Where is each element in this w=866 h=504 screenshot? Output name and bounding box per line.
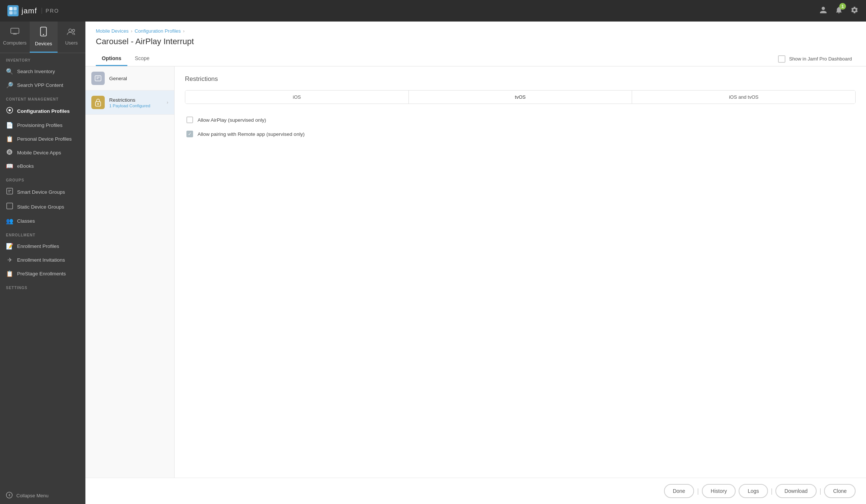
tab-scope[interactable]: Scope — [129, 52, 156, 66]
logs-button[interactable]: Logs — [739, 484, 768, 498]
clone-button[interactable]: Clone — [824, 484, 856, 498]
svg-rect-0 — [9, 7, 13, 10]
sidebar-item-classes[interactable]: 👥 Classes — [0, 214, 85, 228]
ebooks-icon: 📖 — [6, 163, 13, 170]
computers-icon — [10, 27, 20, 38]
general-payload-info: General — [109, 76, 168, 81]
separator-3: | — [820, 488, 821, 494]
sidebar-item-label: Search VPP Content — [17, 82, 63, 88]
nav-tab-computers[interactable]: Computers — [0, 22, 30, 53]
top-bar: jamf PRO 1 — [0, 0, 866, 22]
os-tab-ios[interactable]: iOS — [185, 91, 409, 104]
sidebar-item-personal-device-profiles[interactable]: 📋 Personal Device Profiles — [0, 132, 85, 146]
payload-item-restrictions[interactable]: Restrictions 1 Payload Configured › — [85, 91, 174, 115]
enrollment-profiles-icon: 📝 — [6, 243, 13, 250]
sidebar-item-label: Provisioning Profiles — [17, 122, 62, 128]
content-label: CONTENT MANAGEMENT — [0, 92, 85, 104]
settings-icon[interactable] — [850, 6, 859, 16]
search-vpp-icon: 🔎 — [6, 82, 13, 89]
devices-icon — [40, 27, 47, 39]
provisioning-icon: 📄 — [6, 122, 13, 129]
search-inventory-icon: 🔍 — [6, 68, 13, 75]
sidebar-item-enrollment-invitations[interactable]: ✈ Enrollment Invitations — [0, 253, 85, 267]
allow-airplay-label: Allow AirPlay (supervised only) — [198, 117, 266, 123]
personal-device-icon: 📋 — [6, 135, 13, 143]
restrictions-title: Restrictions — [185, 75, 856, 83]
svg-point-8 — [72, 29, 75, 32]
breadcrumb-config-profiles[interactable]: Configuration Profiles — [135, 28, 181, 34]
os-tab-ios-tvos[interactable]: iOS and tvOS — [632, 91, 855, 104]
svg-rect-1 — [13, 7, 17, 10]
sidebar-item-label: PreStage Enrollments — [17, 271, 66, 276]
sidebar-item-static-device-groups[interactable]: Static Device Groups — [0, 199, 85, 214]
nav-tab-users[interactable]: Users — [58, 22, 85, 53]
sidebar-item-ebooks[interactable]: 📖 eBooks — [0, 159, 85, 173]
jamf-logo-icon — [7, 5, 19, 16]
inventory-label: INVENTORY — [0, 53, 85, 65]
sidebar: Computers Devices Users INVENTORY 🔍 Sear… — [0, 22, 85, 504]
top-bar-actions: 1 — [819, 6, 859, 16]
logo: jamf PRO — [7, 5, 59, 16]
notifications-icon[interactable]: 1 — [835, 6, 843, 16]
svg-rect-3 — [13, 11, 17, 14]
dashboard-toggle-checkbox[interactable] — [778, 55, 785, 63]
main-layout: Computers Devices Users INVENTORY 🔍 Sear… — [0, 22, 866, 504]
allow-airplay-checkbox[interactable] — [186, 117, 193, 123]
restrictions-payload-icon — [91, 96, 105, 109]
mobile-apps-icon: 🅐 — [6, 149, 13, 156]
breadcrumb-sep-2: › — [183, 28, 185, 34]
sidebar-item-label: Classes — [17, 218, 35, 224]
download-button[interactable]: Download — [775, 484, 816, 498]
svg-point-16 — [97, 103, 99, 105]
checkbox-row-airplay: Allow AirPlay (supervised only) — [185, 113, 856, 127]
sidebar-item-search-inventory[interactable]: 🔍 Search Inventory — [0, 65, 85, 78]
history-button[interactable]: History — [702, 484, 736, 498]
svg-point-7 — [69, 29, 72, 32]
separator-1: | — [697, 488, 699, 494]
sidebar-item-search-vpp[interactable]: 🔎 Search VPP Content — [0, 78, 85, 92]
restrictions-payload-info: Restrictions 1 Payload Configured — [109, 97, 162, 108]
restrictions-payload-sub: 1 Payload Configured — [109, 104, 162, 108]
collapse-menu-button[interactable]: Collapse Menu — [0, 487, 85, 504]
svg-point-10 — [9, 109, 11, 111]
payload-item-general[interactable]: General — [85, 66, 174, 91]
sidebar-item-label: Enrollment Profiles — [17, 243, 59, 249]
sidebar-item-label: eBooks — [17, 163, 34, 169]
sidebar-item-provisioning-profiles[interactable]: 📄 Provisioning Profiles — [0, 118, 85, 132]
breadcrumb-mobile-devices[interactable]: Mobile Devices — [96, 28, 128, 34]
prestage-icon: 📋 — [6, 270, 13, 277]
breadcrumb-sep-1: › — [131, 28, 132, 34]
notification-badge: 1 — [839, 3, 846, 10]
content-body: General Restrictions 1 Payload Co — [85, 66, 866, 478]
users-label: Users — [65, 40, 78, 46]
restrictions-payload-name: Restrictions — [109, 97, 162, 103]
bottom-actions: Done | History Logs | Download | Clone — [85, 478, 866, 504]
svg-point-6 — [43, 34, 44, 35]
svg-rect-11 — [7, 188, 13, 194]
os-tab-tvos[interactable]: tvOS — [409, 91, 632, 104]
pro-label: PRO — [42, 8, 59, 14]
content-area: Mobile Devices › Configuration Profiles … — [85, 22, 866, 504]
sidebar-item-label: Enrollment Invitations — [17, 257, 65, 263]
sidebar-item-prestage-enrollments[interactable]: 📋 PreStage Enrollments — [0, 267, 85, 281]
sidebar-item-smart-device-groups[interactable]: Smart Device Groups — [0, 184, 85, 199]
svg-rect-2 — [9, 11, 13, 14]
computers-label: Computers — [3, 40, 27, 46]
done-button[interactable]: Done — [664, 484, 694, 498]
svg-rect-12 — [7, 203, 13, 209]
enrollment-label: ENROLLMENT — [0, 228, 85, 239]
dashboard-toggle-label: Show in Jamf Pro Dashboard — [789, 56, 852, 62]
sidebar-item-config-profiles[interactable]: Configuration Profiles — [0, 104, 85, 118]
sidebar-item-enrollment-profiles[interactable]: 📝 Enrollment Profiles — [0, 239, 85, 253]
sidebar-item-mobile-device-apps[interactable]: 🅐 Mobile Device Apps — [0, 146, 85, 159]
sidebar-item-label: Configuration Profiles — [17, 108, 70, 114]
allow-pairing-checkbox[interactable] — [186, 131, 193, 137]
tabs-row: Options Scope Show in Jamf Pro Dashboard — [96, 52, 856, 66]
tab-options[interactable]: Options — [96, 52, 127, 66]
allow-pairing-label: Allow pairing with Remote app (supervise… — [198, 131, 305, 137]
smart-groups-icon — [6, 188, 13, 196]
svg-rect-14 — [95, 76, 101, 81]
nav-tab-devices[interactable]: Devices — [30, 22, 58, 53]
user-icon[interactable] — [819, 6, 827, 16]
detail-panel: Restrictions iOS tvOS iOS and tvOS Allow… — [175, 66, 866, 478]
